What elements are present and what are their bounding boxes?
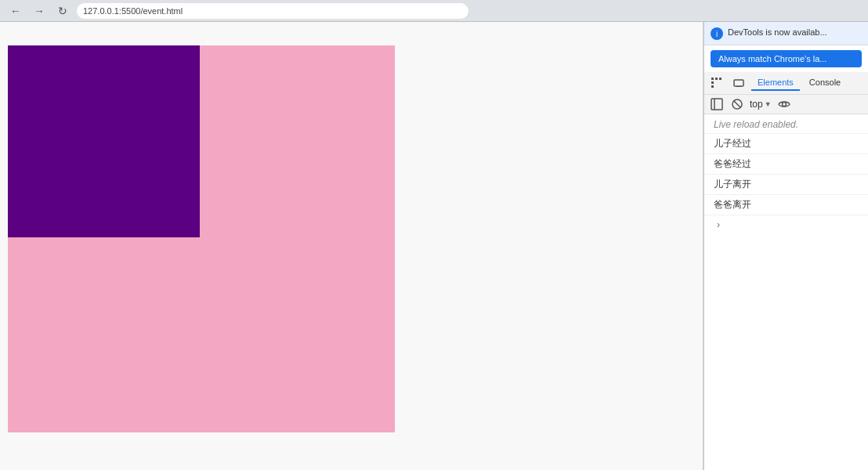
console-line: 儿子离开 [704, 175, 868, 195]
address-text: 127.0.0.1:5500/event.html [83, 6, 183, 16]
page-content [0, 22, 703, 470]
console-line: 爸爸经过 [704, 154, 868, 175]
refresh-button[interactable]: ↻ [53, 2, 72, 20]
svg-rect-5 [734, 80, 743, 86]
forward-icon: → [34, 5, 45, 17]
main-area: i DevTools is now availab... Always matc… [0, 22, 868, 470]
devtools-info-bar: i DevTools is now availab... [704, 22, 868, 45]
child-box [8, 45, 200, 237]
parent-box [8, 45, 395, 432]
svg-rect-6 [736, 86, 741, 87]
info-icon: i [711, 27, 723, 40]
block-button[interactable] [729, 96, 745, 112]
svg-rect-7 [711, 99, 722, 110]
tab-elements[interactable]: Elements [751, 75, 800, 91]
back-icon: ← [10, 5, 21, 17]
context-selector[interactable]: top ▼ [750, 99, 772, 110]
devtools-toolbar: Elements Console [704, 72, 868, 95]
eye-button[interactable] [776, 96, 792, 112]
console-line: 爸爸离开 [704, 195, 868, 215]
expand-icon: › [717, 219, 720, 230]
always-match-button[interactable]: Always match Chrome's la... [711, 50, 862, 67]
caret-icon: ▼ [765, 100, 772, 108]
browser-top-bar: ← → ↻ 127.0.0.1:5500/event.html [0, 0, 868, 22]
tab-console[interactable]: Console [803, 75, 847, 91]
console-expand-button[interactable]: › [711, 217, 726, 233]
svg-point-11 [782, 103, 786, 107]
svg-line-10 [734, 101, 741, 108]
device-toolbar-button[interactable] [729, 74, 748, 92]
console-line: 儿子经过 [704, 134, 868, 154]
block-icon [731, 98, 743, 110]
devtools-toolbar2: top ▼ [704, 95, 868, 114]
devtools-info-text: DevTools is now availab... [728, 27, 827, 38]
context-label: top [750, 99, 763, 110]
refresh-icon: ↻ [58, 5, 67, 17]
console-line: Live reload enabled. [704, 116, 868, 134]
back-button[interactable]: ← [6, 2, 25, 20]
svg-rect-2 [711, 85, 714, 88]
devtools-panel: i DevTools is now availab... Always matc… [703, 22, 868, 470]
forward-button[interactable]: → [30, 2, 49, 20]
inspect-element-button[interactable] [707, 74, 726, 92]
svg-rect-3 [715, 78, 718, 80]
sidebar-icon [711, 98, 723, 110]
svg-rect-0 [711, 78, 714, 80]
inspect-icon [711, 78, 722, 89]
sidebar-toggle-button[interactable] [709, 96, 725, 112]
device-icon [733, 78, 744, 89]
browser-nav-area: ← → ↻ 127.0.0.1:5500/event.html [6, 2, 862, 20]
svg-rect-1 [711, 81, 714, 84]
console-output[interactable]: Live reload enabled. 儿子经过 爸爸经过 儿子离开 爸爸离开… [704, 114, 868, 470]
eye-icon [778, 98, 790, 110]
svg-rect-4 [719, 78, 722, 80]
address-bar[interactable]: 127.0.0.1:5500/event.html [77, 3, 468, 19]
